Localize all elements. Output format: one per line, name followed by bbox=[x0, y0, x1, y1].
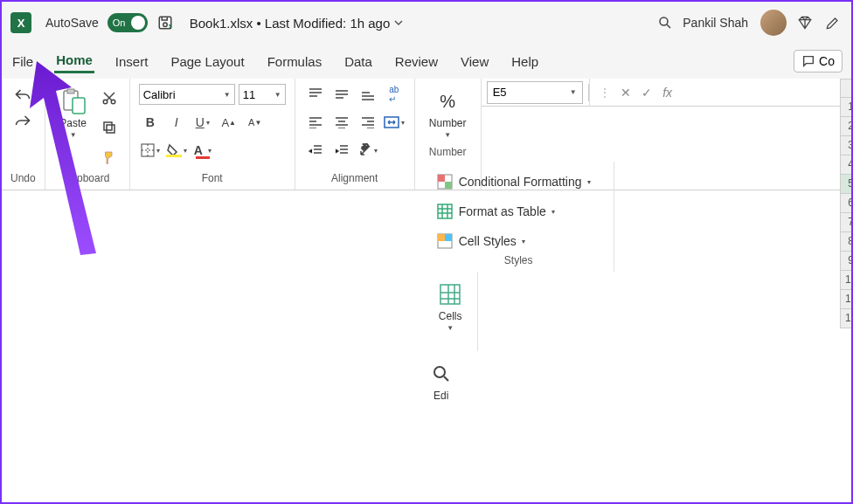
tab-formulas[interactable]: Formulas bbox=[266, 51, 324, 72]
row-header[interactable]: 10 bbox=[840, 271, 853, 290]
svg-rect-20 bbox=[445, 234, 452, 241]
drag-handle-icon[interactable]: ⋮ bbox=[595, 86, 614, 100]
paste-label: Paste bbox=[59, 117, 87, 129]
wrap-text-button[interactable]: ab↵ bbox=[383, 84, 406, 105]
redo-button[interactable] bbox=[11, 110, 34, 131]
svg-rect-15 bbox=[438, 175, 445, 182]
tab-help[interactable]: Help bbox=[510, 51, 540, 72]
number-format-button[interactable]: % Number ▼ bbox=[428, 84, 467, 139]
paste-button[interactable]: Paste ▼ bbox=[54, 84, 93, 139]
svg-rect-11 bbox=[166, 155, 182, 157]
cut-button[interactable] bbox=[98, 87, 121, 108]
copy-button[interactable] bbox=[98, 117, 121, 138]
fx-icon[interactable]: fx bbox=[658, 86, 677, 100]
bold-button[interactable]: B bbox=[139, 112, 162, 133]
format-painter-button[interactable] bbox=[98, 147, 121, 168]
group-label-clipboard: Clipboard bbox=[54, 170, 121, 188]
save-icon[interactable] bbox=[156, 14, 174, 31]
undo-button[interactable] bbox=[11, 84, 34, 105]
svg-rect-10 bbox=[142, 144, 154, 156]
select-all-corner[interactable] bbox=[840, 79, 853, 98]
editing-button[interactable]: Edi bbox=[422, 356, 461, 402]
svg-point-1 bbox=[163, 23, 167, 27]
tab-page-layout[interactable]: Page Layout bbox=[169, 51, 246, 72]
group-label-alignment: Alignment bbox=[304, 170, 406, 188]
tab-home[interactable]: Home bbox=[54, 49, 94, 73]
svg-rect-5 bbox=[73, 98, 85, 114]
align-middle-button[interactable] bbox=[330, 84, 353, 105]
font-name-select[interactable]: Calibri▼ bbox=[139, 84, 235, 105]
cell-styles-button[interactable]: Cell Styles▾ bbox=[433, 230, 605, 252]
group-label-number: Number bbox=[429, 144, 467, 162]
align-top-button[interactable] bbox=[304, 84, 327, 105]
svg-point-2 bbox=[660, 17, 668, 25]
font-color-button[interactable]: A▾ bbox=[191, 140, 214, 161]
decrease-indent-button[interactable] bbox=[304, 140, 327, 161]
svg-rect-19 bbox=[438, 234, 445, 241]
comments-button[interactable]: Co bbox=[794, 50, 843, 72]
svg-rect-4 bbox=[67, 89, 74, 93]
align-center-button[interactable] bbox=[330, 112, 353, 133]
autosave-toggle-on-text: On bbox=[113, 17, 126, 28]
italic-button[interactable]: I bbox=[165, 112, 188, 133]
font-size-value: 11 bbox=[243, 88, 255, 101]
decrease-font-button[interactable]: A▼ bbox=[244, 112, 267, 133]
row-header[interactable]: 8 bbox=[840, 232, 853, 252]
merge-center-button[interactable]: ▾ bbox=[383, 112, 406, 133]
name-box-value: E5 bbox=[493, 86, 507, 99]
underline-button[interactable]: U▾ bbox=[191, 112, 214, 133]
borders-button[interactable]: ▾ bbox=[139, 140, 162, 161]
svg-rect-17 bbox=[438, 204, 452, 218]
align-bottom-button[interactable] bbox=[357, 84, 379, 105]
search-icon[interactable] bbox=[656, 14, 674, 31]
cancel-formula-icon[interactable]: ✕ bbox=[616, 86, 635, 100]
cells-button[interactable]: Cells ▼ bbox=[431, 277, 469, 332]
group-label-styles: Styles bbox=[433, 252, 605, 270]
enter-formula-icon[interactable]: ✓ bbox=[637, 86, 656, 100]
chevron-down-icon bbox=[393, 17, 404, 28]
row-header[interactable]: 2 bbox=[840, 117, 853, 136]
tab-file[interactable]: File bbox=[10, 51, 35, 72]
orientation-button[interactable]: ab▾ bbox=[357, 140, 379, 161]
comments-button-label: Co bbox=[819, 54, 835, 68]
tab-view[interactable]: View bbox=[459, 51, 490, 72]
cell-styles-label: Cell Styles bbox=[459, 234, 517, 248]
row-header[interactable]: 6 bbox=[840, 194, 853, 213]
autosave-label: AutoSave bbox=[45, 16, 99, 30]
name-box[interactable]: E5 ▼ bbox=[487, 81, 583, 104]
font-name-value: Calibri bbox=[143, 88, 176, 101]
font-size-select[interactable]: 11▼ bbox=[239, 84, 286, 105]
format-as-table-button[interactable]: Format as Table▾ bbox=[433, 200, 605, 223]
increase-indent-button[interactable] bbox=[330, 140, 353, 161]
align-left-button[interactable] bbox=[304, 112, 327, 133]
tab-review[interactable]: Review bbox=[393, 51, 440, 72]
editing-button-label: Edi bbox=[433, 390, 448, 402]
align-right-button[interactable] bbox=[357, 112, 379, 133]
autosave-toggle[interactable]: On bbox=[107, 13, 148, 32]
tab-data[interactable]: Data bbox=[343, 51, 374, 72]
row-header[interactable]: 5 bbox=[840, 175, 853, 194]
tab-insert[interactable]: Insert bbox=[114, 51, 150, 72]
increase-font-button[interactable]: A▲ bbox=[218, 112, 240, 133]
formula-input[interactable] bbox=[683, 81, 840, 104]
svg-rect-16 bbox=[445, 182, 452, 189]
fill-color-button[interactable]: ▾ bbox=[165, 140, 188, 161]
row-header[interactable]: 9 bbox=[840, 252, 853, 271]
row-header[interactable]: 11 bbox=[840, 290, 853, 309]
svg-text:ab: ab bbox=[359, 143, 371, 152]
document-title-text: Book1.xlsx • Last Modified: 1h ago bbox=[190, 16, 391, 31]
row-header[interactable]: 3 bbox=[840, 136, 853, 155]
row-header[interactable]: 4 bbox=[840, 155, 853, 175]
row-header[interactable]: 7 bbox=[840, 213, 853, 232]
row-header[interactable]: 1 bbox=[840, 98, 853, 117]
diamond-icon[interactable] bbox=[795, 13, 815, 32]
conditional-formatting-button[interactable]: Conditional Formatting▾ bbox=[433, 170, 605, 193]
avatar[interactable] bbox=[760, 10, 787, 36]
svg-rect-8 bbox=[107, 125, 114, 133]
conditional-formatting-label: Conditional Formatting bbox=[459, 175, 582, 189]
row-header[interactable]: 12 bbox=[840, 309, 853, 328]
document-title[interactable]: Book1.xlsx • Last Modified: 1h ago bbox=[190, 16, 405, 31]
pen-icon[interactable] bbox=[823, 13, 843, 32]
group-label-undo: Undo bbox=[10, 170, 36, 188]
svg-rect-9 bbox=[104, 122, 112, 130]
